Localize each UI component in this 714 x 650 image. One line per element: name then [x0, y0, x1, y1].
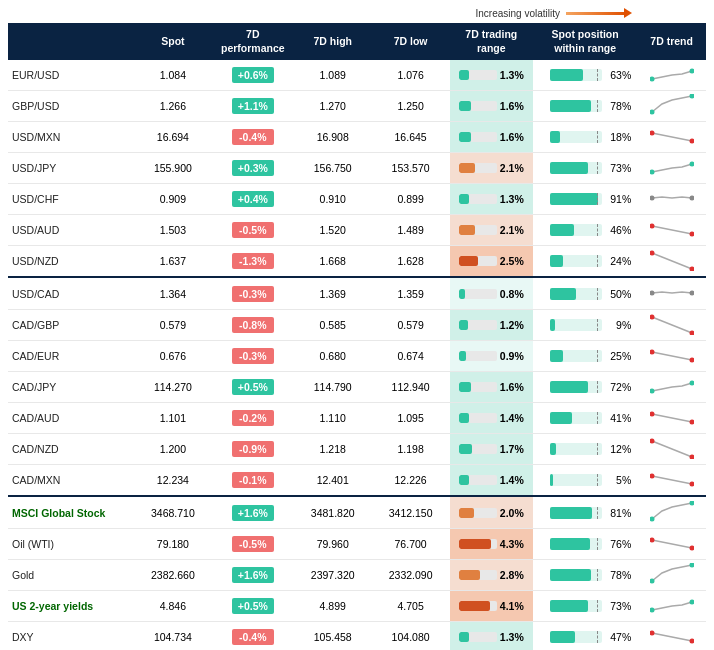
- pair-name: Gold: [8, 560, 134, 591]
- high-value: 1.089: [294, 60, 372, 91]
- high-value: 3481.820: [294, 496, 372, 529]
- svg-point-37: [689, 639, 694, 644]
- volatility-arrow: [566, 12, 626, 15]
- svg-point-19: [689, 358, 694, 363]
- tr-value: 1.4%: [450, 465, 534, 497]
- tr-value: 2.0%: [450, 496, 534, 529]
- trend-sparkline: [637, 246, 706, 278]
- svg-point-15: [689, 291, 694, 296]
- table-row: USD/JPY 155.900 +0.3% 156.750 153.570 2.…: [8, 153, 706, 184]
- svg-point-12: [650, 251, 655, 256]
- table-row: GBP/USD 1.266 +1.1% 1.270 1.250 1.6% 78%: [8, 91, 706, 122]
- tr-value: 1.3%: [450, 184, 534, 215]
- table-row: MSCI Global Stock 3468.710 +1.6% 3481.82…: [8, 496, 706, 529]
- perf-value: +0.6%: [212, 60, 294, 91]
- high-value: 156.750: [294, 153, 372, 184]
- main-table: Spot 7Dperformance 7D high 7D low 7D tra…: [8, 23, 706, 650]
- svg-point-34: [650, 608, 655, 613]
- low-value: 16.645: [372, 122, 450, 153]
- svg-point-18: [650, 350, 655, 355]
- table-row: CAD/MXN 12.234 -0.1% 12.401 12.226 1.4% …: [8, 465, 706, 497]
- pair-name: US 2-year yields: [8, 591, 134, 622]
- low-value: 12.226: [372, 465, 450, 497]
- trend-sparkline: [637, 529, 706, 560]
- spot-value: 79.180: [134, 529, 212, 560]
- col-trend: 7D trend: [637, 23, 706, 60]
- low-value: 4.705: [372, 591, 450, 622]
- trend-sparkline: [637, 215, 706, 246]
- perf-value: -0.5%: [212, 529, 294, 560]
- high-value: 1.110: [294, 403, 372, 434]
- spot-position-value: 25%: [533, 341, 637, 372]
- table-row: CAD/JPY 114.270 +0.5% 114.790 112.940 1.…: [8, 372, 706, 403]
- tr-value: 4.3%: [450, 529, 534, 560]
- table-row: CAD/EUR 0.676 -0.3% 0.680 0.674 0.9% 25%: [8, 341, 706, 372]
- svg-point-35: [689, 600, 694, 605]
- spot-position-value: 81%: [533, 496, 637, 529]
- perf-value: +0.4%: [212, 184, 294, 215]
- pair-name: EUR/USD: [8, 60, 134, 91]
- low-value: 1.628: [372, 246, 450, 278]
- pair-name: USD/AUD: [8, 215, 134, 246]
- tr-value: 2.1%: [450, 215, 534, 246]
- high-value: 1.218: [294, 434, 372, 465]
- spot-value: 1.101: [134, 403, 212, 434]
- volatility-header: Increasing volatility: [8, 8, 706, 19]
- table-row: USD/AUD 1.503 -0.5% 1.520 1.489 2.1% 46%: [8, 215, 706, 246]
- perf-value: -0.5%: [212, 215, 294, 246]
- spot-value: 16.694: [134, 122, 212, 153]
- tr-value: 1.7%: [450, 434, 534, 465]
- table-row: CAD/GBP 0.579 -0.8% 0.585 0.579 1.2% 9%: [8, 310, 706, 341]
- tr-value: 1.3%: [450, 622, 534, 650]
- trend-sparkline: [637, 60, 706, 91]
- svg-point-6: [650, 170, 655, 175]
- trend-sparkline: [637, 591, 706, 622]
- svg-point-27: [689, 482, 694, 487]
- svg-point-13: [689, 267, 694, 272]
- perf-value: -1.3%: [212, 246, 294, 278]
- spot-value: 1.637: [134, 246, 212, 278]
- spot-position-value: 5%: [533, 465, 637, 497]
- pair-name: CAD/NZD: [8, 434, 134, 465]
- spot-position-value: 12%: [533, 434, 637, 465]
- trend-sparkline: [637, 341, 706, 372]
- perf-value: -0.4%: [212, 122, 294, 153]
- low-value: 153.570: [372, 153, 450, 184]
- spot-position-value: 24%: [533, 246, 637, 278]
- spot-position-value: 18%: [533, 122, 637, 153]
- trend-sparkline: [637, 465, 706, 497]
- low-value: 0.899: [372, 184, 450, 215]
- svg-point-3: [689, 94, 694, 99]
- low-value: 104.080: [372, 622, 450, 650]
- svg-point-8: [650, 196, 655, 201]
- pair-name: USD/JPY: [8, 153, 134, 184]
- high-value: 0.910: [294, 184, 372, 215]
- perf-value: -0.4%: [212, 622, 294, 650]
- perf-value: +0.5%: [212, 591, 294, 622]
- tr-value: 2.8%: [450, 560, 534, 591]
- trend-sparkline: [637, 153, 706, 184]
- spot-value: 1.364: [134, 277, 212, 310]
- pair-name: GBP/USD: [8, 91, 134, 122]
- high-value: 105.458: [294, 622, 372, 650]
- high-value: 2397.320: [294, 560, 372, 591]
- svg-point-29: [689, 501, 694, 506]
- pair-name: USD/CAD: [8, 277, 134, 310]
- spot-value: 3468.710: [134, 496, 212, 529]
- trend-sparkline: [637, 310, 706, 341]
- trend-sparkline: [637, 184, 706, 215]
- high-value: 1.369: [294, 277, 372, 310]
- col-perf: 7Dperformance: [212, 23, 294, 60]
- high-value: 1.668: [294, 246, 372, 278]
- perf-value: +0.5%: [212, 372, 294, 403]
- tr-value: 1.3%: [450, 60, 534, 91]
- col-high: 7D high: [294, 23, 372, 60]
- trend-sparkline: [637, 403, 706, 434]
- spot-position-value: 72%: [533, 372, 637, 403]
- spot-value: 155.900: [134, 153, 212, 184]
- spot-position-value: 50%: [533, 277, 637, 310]
- low-value: 1.095: [372, 403, 450, 434]
- low-value: 1.076: [372, 60, 450, 91]
- col-low: 7D low: [372, 23, 450, 60]
- spot-position-value: 73%: [533, 591, 637, 622]
